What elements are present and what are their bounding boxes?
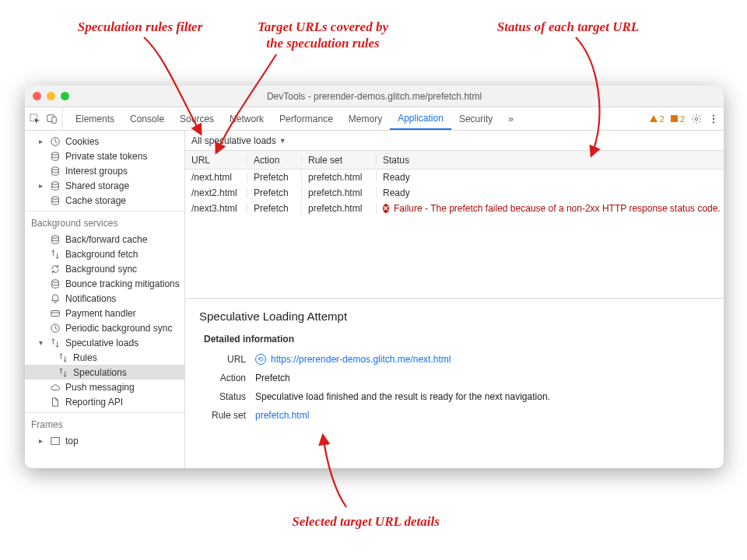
details-subtitle: Detailed information xyxy=(204,334,710,345)
issues-badge[interactable]: 2 xyxy=(671,114,685,124)
arrows-icon xyxy=(58,352,68,363)
svg-rect-16 xyxy=(51,437,60,444)
sidebar-item-label: Speculations xyxy=(73,367,127,378)
detail-status: Speculative load finished and the result… xyxy=(255,391,710,402)
table-row[interactable]: /next3.htmlPrefetchprefetch.html✕Failure… xyxy=(185,201,724,216)
sidebar-item-label: Periodic background sync xyxy=(65,323,172,334)
sidebar: ▸CookiesPrivate state tokensInterest gro… xyxy=(25,131,185,468)
settings-icon[interactable] xyxy=(691,114,702,124)
tab-elements[interactable]: Elements xyxy=(68,107,122,130)
sidebar-item-label: Notifications xyxy=(65,293,116,304)
cell-action: Prefetch xyxy=(247,172,302,183)
svg-point-11 xyxy=(52,196,59,199)
header-action[interactable]: Action xyxy=(247,155,302,166)
detail-action: Prefetch xyxy=(255,373,710,383)
tab-security[interactable]: Security xyxy=(451,107,500,130)
table-row[interactable]: /next.htmlPrefetchprefetch.htmlReady xyxy=(185,170,724,185)
svg-point-8 xyxy=(52,152,59,155)
tab-bar: ElementsConsoleSourcesNetworkPerformance… xyxy=(25,107,724,131)
sidebar-item-label: Reporting API xyxy=(65,397,123,408)
label-url: URL xyxy=(209,354,255,365)
caret-icon: ▸ xyxy=(39,137,45,145)
db-icon xyxy=(50,180,61,191)
cell-url: /next3.html xyxy=(185,203,247,214)
sidebar-item-label: Interest groups xyxy=(65,166,128,177)
issues-square-icon xyxy=(671,115,678,122)
cell-url: /next2.html xyxy=(185,187,247,198)
svg-point-9 xyxy=(52,166,59,170)
doc-icon xyxy=(50,397,61,408)
sidebar-item-cache-storage[interactable]: Cache storage xyxy=(25,193,184,208)
cell-action: Prefetch xyxy=(247,203,302,214)
db-icon xyxy=(50,195,61,206)
sidebar-item-label: top xyxy=(65,436,79,446)
svg-point-6 xyxy=(713,121,714,123)
cell-ruleset: prefetch.html xyxy=(302,172,377,183)
sidebar-item-rules[interactable]: Rules xyxy=(25,350,184,365)
chevron-down-icon: ▼ xyxy=(279,137,286,145)
device-toolbar-icon[interactable] xyxy=(47,114,58,124)
section-frames: Frames xyxy=(25,412,184,433)
arrows-icon xyxy=(50,249,61,260)
sidebar-item-back-forward-cache[interactable]: Back/forward cache xyxy=(25,232,184,247)
svg-rect-14 xyxy=(51,310,60,316)
sidebar-item-top[interactable]: ▸top xyxy=(25,433,184,448)
sidebar-item-label: Shared storage xyxy=(65,180,129,191)
tab-network[interactable]: Network xyxy=(222,107,272,130)
label-ruleset: Rule set xyxy=(209,410,255,421)
sync-icon xyxy=(50,264,61,275)
db-icon xyxy=(50,278,61,289)
clock-icon xyxy=(50,323,61,334)
grid-header: URL Action Rule set Status xyxy=(185,151,724,170)
sidebar-item-interest-groups[interactable]: Interest groups xyxy=(25,163,184,178)
svg-point-4 xyxy=(713,114,714,116)
kebab-icon[interactable] xyxy=(708,114,719,124)
sidebar-item-bounce-tracking-mitigations[interactable]: Bounce tracking mitigations xyxy=(25,276,184,291)
header-ruleset[interactable]: Rule set xyxy=(302,155,377,166)
card-icon xyxy=(50,308,61,319)
sidebar-item-label: Rules xyxy=(73,352,97,363)
tab-memory[interactable]: Memory xyxy=(341,107,390,130)
error-icon: ✕ xyxy=(383,204,389,213)
sidebar-item-background-sync[interactable]: Background sync xyxy=(25,261,184,276)
section-background-services: Background services xyxy=(25,211,184,232)
label-status: Status xyxy=(209,391,255,402)
sidebar-item-periodic-background-sync[interactable]: Periodic background sync xyxy=(25,320,184,335)
sidebar-item-notifications[interactable]: Notifications xyxy=(25,291,184,306)
tab-application[interactable]: Application xyxy=(390,107,451,130)
detail-url-link[interactable]: https://prerender-demos.glitch.me/next.h… xyxy=(271,354,451,365)
svg-point-10 xyxy=(52,181,59,184)
cloud-icon xyxy=(50,382,61,393)
tab-sources[interactable]: Sources xyxy=(172,107,222,130)
sidebar-item-push-messaging[interactable]: Push messaging xyxy=(25,380,184,394)
sidebar-item-label: Back/forward cache xyxy=(65,234,147,245)
tabs-overflow[interactable]: » xyxy=(500,107,521,130)
svg-point-3 xyxy=(695,117,698,121)
cell-status: Ready xyxy=(377,187,724,198)
tab-performance[interactable]: Performance xyxy=(272,107,341,130)
sidebar-item-payment-handler[interactable]: Payment handler xyxy=(25,306,184,320)
sidebar-item-label: Private state tokens xyxy=(65,151,147,162)
warnings-errors-badge[interactable]: 2 xyxy=(650,114,665,124)
inspect-icon[interactable] xyxy=(30,114,40,124)
bell-icon xyxy=(50,293,61,304)
sidebar-item-cookies[interactable]: ▸Cookies xyxy=(25,134,184,149)
sidebar-item-speculative-loads[interactable]: ▾Speculative loads xyxy=(25,335,184,350)
svg-point-5 xyxy=(713,117,714,119)
speculative-loads-filter[interactable]: All speculative loads ▼ xyxy=(191,135,286,146)
sidebar-item-shared-storage[interactable]: ▸Shared storage xyxy=(25,178,184,193)
cell-ruleset: prefetch.html xyxy=(302,187,377,198)
table-row[interactable]: /next2.htmlPrefetchprefetch.htmlReady xyxy=(185,185,724,201)
sidebar-item-reporting-api[interactable]: Reporting API xyxy=(25,394,184,409)
header-status[interactable]: Status xyxy=(377,155,724,166)
sidebar-item-speculations[interactable]: Speculations xyxy=(25,365,184,380)
header-url[interactable]: URL xyxy=(185,155,247,166)
db-icon xyxy=(50,234,61,245)
caret-icon: ▸ xyxy=(39,436,45,445)
annotation-status: Status of each target URL xyxy=(467,19,669,35)
tab-console[interactable]: Console xyxy=(122,107,172,130)
sidebar-item-background-fetch[interactable]: Background fetch xyxy=(25,247,184,261)
detail-ruleset-link[interactable]: prefetch.html xyxy=(255,410,309,421)
titlebar: DevTools - prerender-demos.glitch.me/pre… xyxy=(25,86,724,107)
sidebar-item-private-state-tokens[interactable]: Private state tokens xyxy=(25,149,184,163)
